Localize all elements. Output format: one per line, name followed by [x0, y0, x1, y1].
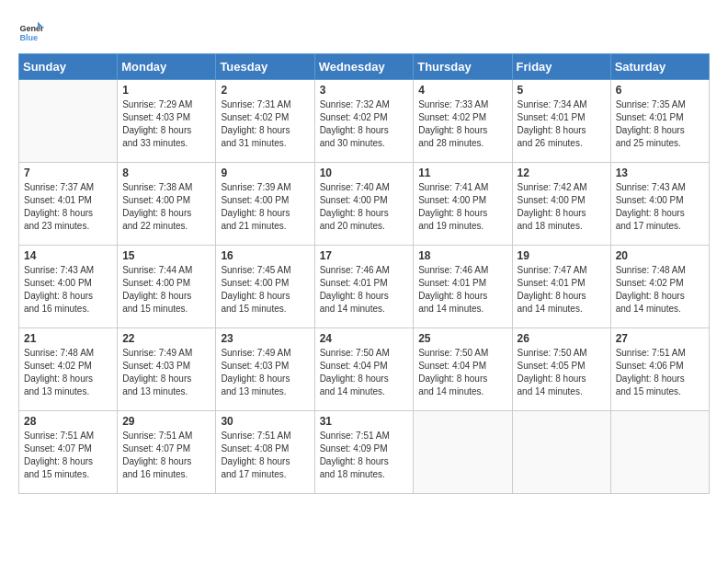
day-number: 14 — [24, 249, 112, 262]
day-info: Sunrise: 7:49 AM Sunset: 4:03 PM Dayligh… — [221, 347, 309, 398]
calendar-cell: 10Sunrise: 7:40 AM Sunset: 4:00 PM Dayli… — [314, 163, 414, 246]
day-number: 22 — [122, 332, 210, 345]
day-info: Sunrise: 7:38 AM Sunset: 4:00 PM Dayligh… — [122, 181, 210, 233]
day-info: Sunrise: 7:40 AM Sunset: 4:00 PM Dayligh… — [320, 181, 409, 233]
calendar-cell: 14Sunrise: 7:43 AM Sunset: 4:00 PM Dayli… — [19, 246, 118, 328]
calendar-cell: 5Sunrise: 7:34 AM Sunset: 4:01 PM Daylig… — [512, 80, 610, 163]
day-info: Sunrise: 7:34 AM Sunset: 4:01 PM Dayligh… — [518, 98, 606, 150]
calendar-cell: 23Sunrise: 7:49 AM Sunset: 4:03 PM Dayli… — [216, 328, 314, 411]
calendar-cell: 16Sunrise: 7:45 AM Sunset: 4:00 PM Dayli… — [216, 246, 314, 328]
day-info: Sunrise: 7:51 AM Sunset: 4:06 PM Dayligh… — [616, 347, 704, 398]
logo-icon: General Blue — [18, 18, 44, 44]
calendar-cell: 24Sunrise: 7:50 AM Sunset: 4:04 PM Dayli… — [314, 328, 414, 411]
day-number: 15 — [122, 249, 210, 262]
day-number: 4 — [418, 84, 506, 97]
calendar-header-wednesday: Wednesday — [314, 54, 414, 80]
day-info: Sunrise: 7:51 AM Sunset: 4:07 PM Dayligh… — [24, 430, 112, 481]
calendar-cell: 27Sunrise: 7:51 AM Sunset: 4:06 PM Dayli… — [610, 328, 709, 411]
day-number: 25 — [418, 332, 506, 345]
day-info: Sunrise: 7:46 AM Sunset: 4:01 PM Dayligh… — [418, 264, 506, 316]
day-info: Sunrise: 7:32 AM Sunset: 4:02 PM Dayligh… — [320, 98, 409, 150]
day-info: Sunrise: 7:48 AM Sunset: 4:02 PM Dayligh… — [24, 347, 112, 398]
calendar-header-friday: Friday — [512, 54, 610, 80]
day-info: Sunrise: 7:35 AM Sunset: 4:01 PM Dayligh… — [616, 98, 704, 150]
day-number: 26 — [518, 332, 606, 345]
calendar-cell: 1Sunrise: 7:29 AM Sunset: 4:03 PM Daylig… — [118, 80, 216, 163]
day-number: 2 — [221, 84, 309, 97]
day-number: 6 — [616, 84, 704, 97]
day-number: 18 — [418, 249, 506, 262]
calendar-week-row: 28Sunrise: 7:51 AM Sunset: 4:07 PM Dayli… — [19, 411, 710, 494]
day-info: Sunrise: 7:51 AM Sunset: 4:08 PM Dayligh… — [221, 430, 309, 481]
calendar-cell: 12Sunrise: 7:42 AM Sunset: 4:00 PM Dayli… — [512, 163, 610, 246]
day-number: 24 — [320, 332, 409, 345]
calendar-cell: 3Sunrise: 7:32 AM Sunset: 4:02 PM Daylig… — [314, 80, 414, 163]
calendar-header-sunday: Sunday — [19, 54, 118, 80]
page-header: General Blue — [18, 18, 710, 44]
day-number: 7 — [24, 167, 112, 179]
day-number: 20 — [616, 249, 704, 262]
calendar-cell — [610, 411, 709, 494]
calendar-cell: 21Sunrise: 7:48 AM Sunset: 4:02 PM Dayli… — [19, 328, 118, 411]
day-info: Sunrise: 7:43 AM Sunset: 4:00 PM Dayligh… — [24, 264, 112, 316]
calendar-cell: 7Sunrise: 7:37 AM Sunset: 4:01 PM Daylig… — [19, 163, 118, 246]
calendar-cell — [512, 411, 610, 494]
day-info: Sunrise: 7:50 AM Sunset: 4:05 PM Dayligh… — [518, 347, 606, 398]
calendar-header-monday: Monday — [118, 54, 216, 80]
day-info: Sunrise: 7:33 AM Sunset: 4:02 PM Dayligh… — [418, 98, 506, 150]
calendar-cell — [19, 80, 118, 163]
calendar-cell: 4Sunrise: 7:33 AM Sunset: 4:02 PM Daylig… — [414, 80, 512, 163]
day-number: 21 — [24, 332, 112, 345]
day-number: 11 — [418, 167, 506, 179]
day-number: 19 — [518, 249, 606, 262]
day-info: Sunrise: 7:41 AM Sunset: 4:00 PM Dayligh… — [418, 181, 506, 233]
day-info: Sunrise: 7:29 AM Sunset: 4:03 PM Dayligh… — [122, 98, 210, 150]
calendar-week-row: 1Sunrise: 7:29 AM Sunset: 4:03 PM Daylig… — [19, 80, 710, 163]
day-info: Sunrise: 7:48 AM Sunset: 4:02 PM Dayligh… — [616, 264, 704, 316]
calendar-cell: 6Sunrise: 7:35 AM Sunset: 4:01 PM Daylig… — [610, 80, 709, 163]
day-info: Sunrise: 7:47 AM Sunset: 4:01 PM Dayligh… — [518, 264, 606, 316]
day-number: 29 — [122, 415, 210, 428]
day-info: Sunrise: 7:50 AM Sunset: 4:04 PM Dayligh… — [418, 347, 506, 398]
calendar-header-row: SundayMondayTuesdayWednesdayThursdayFrid… — [19, 54, 710, 80]
day-number: 31 — [320, 415, 409, 428]
day-number: 12 — [518, 167, 606, 179]
calendar-cell: 13Sunrise: 7:43 AM Sunset: 4:00 PM Dayli… — [610, 163, 709, 246]
calendar-week-row: 7Sunrise: 7:37 AM Sunset: 4:01 PM Daylig… — [19, 163, 710, 246]
day-info: Sunrise: 7:42 AM Sunset: 4:00 PM Dayligh… — [518, 181, 606, 233]
day-number: 17 — [320, 249, 409, 262]
day-number: 27 — [616, 332, 704, 345]
day-info: Sunrise: 7:45 AM Sunset: 4:00 PM Dayligh… — [221, 264, 309, 316]
day-number: 10 — [320, 167, 409, 179]
calendar-cell — [414, 411, 512, 494]
calendar-cell: 28Sunrise: 7:51 AM Sunset: 4:07 PM Dayli… — [19, 411, 118, 494]
calendar-cell: 18Sunrise: 7:46 AM Sunset: 4:01 PM Dayli… — [414, 246, 512, 328]
day-number: 23 — [221, 332, 309, 345]
calendar-week-row: 14Sunrise: 7:43 AM Sunset: 4:00 PM Dayli… — [19, 246, 710, 328]
calendar-cell: 8Sunrise: 7:38 AM Sunset: 4:00 PM Daylig… — [118, 163, 216, 246]
day-info: Sunrise: 7:50 AM Sunset: 4:04 PM Dayligh… — [320, 347, 409, 398]
calendar-cell: 2Sunrise: 7:31 AM Sunset: 4:02 PM Daylig… — [216, 80, 314, 163]
day-number: 28 — [24, 415, 112, 428]
day-info: Sunrise: 7:43 AM Sunset: 4:00 PM Dayligh… — [616, 181, 704, 233]
logo: General Blue — [18, 18, 44, 44]
calendar-cell: 25Sunrise: 7:50 AM Sunset: 4:04 PM Dayli… — [414, 328, 512, 411]
calendar-header-thursday: Thursday — [414, 54, 512, 80]
day-info: Sunrise: 7:37 AM Sunset: 4:01 PM Dayligh… — [24, 181, 112, 233]
calendar-header-saturday: Saturday — [610, 54, 709, 80]
day-number: 13 — [616, 167, 704, 179]
day-info: Sunrise: 7:49 AM Sunset: 4:03 PM Dayligh… — [122, 347, 210, 398]
calendar-cell: 29Sunrise: 7:51 AM Sunset: 4:07 PM Dayli… — [118, 411, 216, 494]
calendar-cell: 22Sunrise: 7:49 AM Sunset: 4:03 PM Dayli… — [118, 328, 216, 411]
day-number: 30 — [221, 415, 309, 428]
day-number: 5 — [518, 84, 606, 97]
calendar-header-tuesday: Tuesday — [216, 54, 314, 80]
day-info: Sunrise: 7:51 AM Sunset: 4:09 PM Dayligh… — [320, 430, 409, 481]
day-info: Sunrise: 7:51 AM Sunset: 4:07 PM Dayligh… — [122, 430, 210, 481]
calendar-cell: 26Sunrise: 7:50 AM Sunset: 4:05 PM Dayli… — [512, 328, 610, 411]
day-info: Sunrise: 7:31 AM Sunset: 4:02 PM Dayligh… — [221, 98, 309, 150]
day-number: 8 — [122, 167, 210, 179]
calendar-cell: 20Sunrise: 7:48 AM Sunset: 4:02 PM Dayli… — [610, 246, 709, 328]
calendar-cell: 31Sunrise: 7:51 AM Sunset: 4:09 PM Dayli… — [314, 411, 414, 494]
calendar-cell: 17Sunrise: 7:46 AM Sunset: 4:01 PM Dayli… — [314, 246, 414, 328]
